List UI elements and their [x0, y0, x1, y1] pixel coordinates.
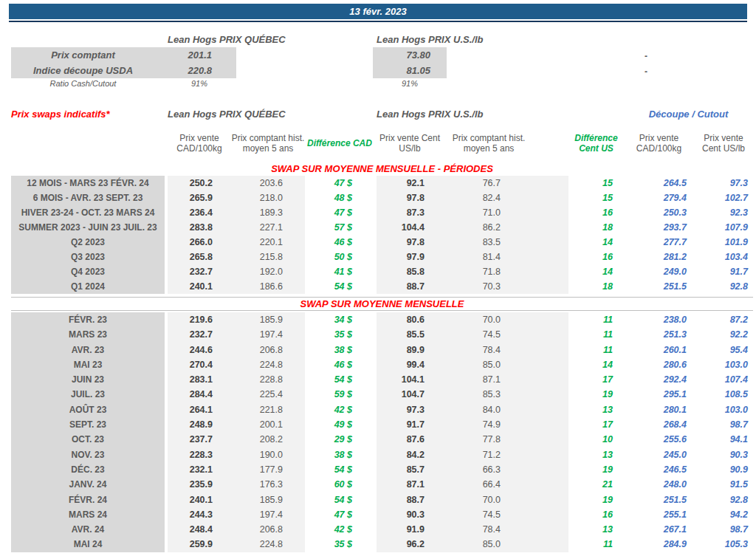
table-row: DÉC. 23232.1177.954 $85.766.319246.590.9	[11, 462, 753, 477]
cell-difference-us: 10	[568, 432, 624, 447]
cell-prix-vente-cad: 266.0	[168, 235, 231, 250]
cell-difference-us: 15	[568, 191, 624, 205]
cell-difference-us: 17	[568, 372, 624, 387]
cell-prix-vente-cad: 244.3	[168, 507, 231, 522]
cell-cutout-us: 92.3	[694, 205, 753, 220]
cell-difference-cad: 50 $	[305, 250, 374, 264]
cell-cutout-cad: 280.6	[624, 357, 694, 372]
cell-cutout-us: 91.7	[694, 264, 753, 279]
cell-prix-vente-us: 96.2	[377, 537, 443, 552]
cell-difference-cad: 48 $	[305, 191, 374, 205]
row-label: Q2 2023	[11, 235, 165, 250]
cell-prix-vente-cad: 237.7	[168, 432, 231, 447]
cell-hist-moyen-cad: 200.1	[231, 417, 305, 432]
cell-cutout-cad: 292.4	[624, 372, 694, 387]
cell-prix-vente-cad: 283.8	[168, 220, 231, 235]
section-title-periods: SWAP SUR MOYENNE MENSUELLE - PÉRIODES	[11, 163, 753, 174]
cell-prix-vente-cad: 236.4	[168, 205, 231, 220]
ratio-label: Ratio Cash/Cutout	[11, 79, 155, 88]
table-row: JANV. 24235.9176.360 $87.166.421248.091.…	[11, 477, 753, 492]
cell-cutout-us: 107.9	[694, 220, 753, 235]
cell-difference-cad: 54 $	[305, 462, 374, 477]
cell-prix-vente-cad: 259.9	[168, 537, 231, 552]
cell-difference-us: 19	[568, 462, 624, 477]
cell-cutout-us: 105.3	[694, 537, 753, 552]
cell-prix-vente-cad: 250.2	[168, 176, 231, 191]
table-row: Q3 2023265.8215.850 $97.981.416281.2103.…	[11, 250, 753, 264]
cell-cutout-us: 91.5	[694, 477, 753, 492]
cell-hist-moyen-cad: 215.8	[231, 250, 305, 264]
cell-hist-moyen-us: 77.8	[443, 432, 568, 447]
cell-hist-moyen-us: 70.0	[443, 312, 568, 327]
quote-row: Prix comptant 201.1	[11, 47, 236, 63]
cell-difference-us: 19	[568, 492, 624, 507]
cell-prix-vente-us: 85.7	[377, 462, 443, 477]
table-row: AVR. 24248.4206.842 $91.978.413267.198.7	[11, 522, 753, 537]
cell-cutout-cad: 246.5	[624, 462, 694, 477]
cell-hist-moyen-cad: 228.8	[231, 372, 305, 387]
cell-difference-us: 14	[568, 357, 624, 372]
cell-difference-us: 17	[568, 417, 624, 432]
swaps-us-header: Lean Hogs PRIX U.S./lb	[377, 109, 483, 120]
column-header-cutout-cad: Prix vente CAD/100kg	[624, 126, 694, 161]
section-title-monthly: SWAP SUR MOYENNE MENSUELLE	[11, 298, 753, 309]
cell-difference-us: 14	[568, 235, 624, 250]
quote-dash: -	[624, 49, 668, 64]
date-banner: 13 févr. 2023	[9, 4, 747, 19]
table-row: MARS 24244.3197.447 $90.374.516255.194.2	[11, 507, 753, 522]
table-row: MAI 24259.9224.835 $96.285.011284.9105.3	[11, 537, 753, 552]
cell-prix-vente-cad: 248.9	[168, 417, 231, 432]
quote-value-us: 73.80	[373, 47, 447, 63]
ratio-value-us: 91%	[373, 79, 447, 88]
row-label: JUIN 23	[11, 372, 165, 387]
cell-difference-cad: 54 $	[305, 492, 374, 507]
cell-prix-vente-cad: 235.9	[168, 477, 231, 492]
row-label: FÉVR. 23	[11, 312, 165, 327]
cell-cutout-cad: 293.7	[624, 220, 694, 235]
cell-cutout-us: 92.8	[694, 492, 753, 507]
cell-cutout-cad: 295.1	[624, 387, 694, 402]
table-row: NOV. 23228.3190.038 $84.271.213245.090.3	[11, 447, 753, 462]
cell-difference-cad: 46 $	[305, 357, 374, 372]
cell-hist-moyen-cad: 176.3	[231, 477, 305, 492]
cell-hist-moyen-cad: 218.0	[231, 191, 305, 205]
cell-hist-moyen-cad: 197.4	[231, 327, 305, 342]
cell-difference-us: 16	[568, 507, 624, 522]
row-label: AVR. 24	[11, 522, 165, 537]
row-label: Q1 2024	[11, 279, 165, 294]
cell-hist-moyen-cad: 225.4	[231, 387, 305, 402]
cell-hist-moyen-us: 74.9	[443, 417, 568, 432]
cell-cutout-us: 97.3	[694, 176, 753, 191]
column-header-prix-vente-cad: Prix vente CAD/100kg	[168, 126, 231, 161]
row-label: FÉVR. 24	[11, 492, 165, 507]
cell-cutout-cad: 267.1	[624, 522, 694, 537]
quote-row: Indice découpe USDA 220.8	[11, 63, 236, 78]
cell-difference-cad: 60 $	[305, 477, 374, 492]
cell-prix-vente-us: 89.9	[377, 343, 443, 357]
cell-cutout-us: 98.7	[694, 417, 753, 432]
cell-hist-moyen-us: 84.0	[443, 402, 568, 417]
monthly-table: FÉVR. 23219.6185.934 $80.670.011238.087.…	[0, 312, 753, 552]
cell-prix-vente-us: 87.1	[377, 477, 443, 492]
cell-cutout-cad: 255.6	[624, 432, 694, 447]
cell-hist-moyen-cad: 186.6	[231, 279, 305, 294]
cell-hist-moyen-cad: 177.9	[231, 462, 305, 477]
cell-cutout-cad: 281.2	[624, 250, 694, 264]
cell-difference-us: 16	[568, 205, 624, 220]
cell-cutout-us: 98.7	[694, 522, 753, 537]
cell-cutout-cad: 255.1	[624, 507, 694, 522]
cell-prix-vente-cad: 240.1	[168, 492, 231, 507]
table-row: Q1 2024240.1186.654 $88.770.318251.592.8	[11, 279, 753, 294]
cell-hist-moyen-us: 66.3	[443, 462, 568, 477]
row-label: MARS 24	[11, 507, 165, 522]
cell-prix-vente-cad: 265.8	[168, 250, 231, 264]
cell-difference-cad: 42 $	[305, 402, 374, 417]
cell-difference-cad: 41 $	[305, 264, 374, 279]
cell-prix-vente-us: 85.8	[377, 264, 443, 279]
cell-difference-us: 11	[568, 327, 624, 342]
cell-difference-us: 13	[568, 522, 624, 537]
quotes-qc-header: Lean Hogs PRIX QUÉBEC	[168, 34, 286, 45]
cell-prix-vente-us: 88.7	[377, 492, 443, 507]
cell-prix-vente-us: 104.1	[377, 372, 443, 387]
table-row: JUIN 23283.1228.854 $104.187.117292.4107…	[11, 372, 753, 387]
